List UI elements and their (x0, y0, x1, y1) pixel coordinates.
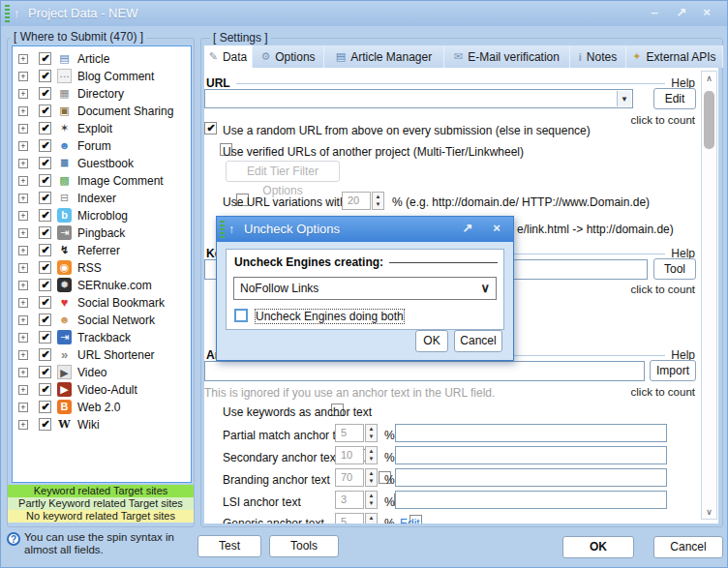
lsi-anchor-input[interactable] (395, 491, 667, 509)
url-combobox[interactable]: ▼ (204, 89, 633, 108)
dialog-title-bar[interactable]: ↑ Uncheck Options ↗ × (217, 217, 513, 242)
secondary-anchor-value[interactable]: 10 (335, 446, 364, 464)
anchor-text-input[interactable] (204, 361, 645, 381)
tree-item[interactable]: ▤Article (13, 50, 191, 68)
anchor-import-button[interactable]: Import (650, 360, 696, 381)
test-button[interactable]: Test (197, 535, 261, 557)
tools-button[interactable]: Tools (269, 535, 339, 557)
checkbox[interactable] (39, 279, 51, 291)
ok-button[interactable]: OK (562, 536, 634, 558)
checkbox[interactable] (39, 366, 51, 378)
expand-icon[interactable] (18, 194, 28, 203)
close-button[interactable]: × (696, 5, 717, 19)
cancel-button[interactable]: Cancel (653, 536, 723, 558)
checkbox[interactable] (39, 87, 51, 100)
dialog-maximize-button[interactable]: ↗ (457, 221, 478, 235)
partial-match-input[interactable] (395, 424, 667, 442)
checkbox[interactable] (39, 209, 51, 222)
scroll-up-icon[interactable]: ∧ (702, 74, 716, 83)
keywords-tool-button[interactable]: Tool (653, 258, 696, 280)
random-url-checkbox[interactable] (204, 122, 217, 135)
generic-anchor-spinner[interactable] (365, 513, 378, 523)
expand-icon[interactable] (18, 176, 28, 186)
expand-icon[interactable] (18, 141, 28, 151)
checkbox[interactable] (39, 105, 51, 117)
generic-anchor-edit-link[interactable]: Edit (400, 517, 420, 523)
tab-data[interactable]: ✎Data (204, 45, 253, 68)
tab-notes[interactable]: iNotes (570, 45, 626, 68)
tab-article-manager[interactable]: ▤Article Manager (324, 45, 444, 68)
tree-item[interactable]: ▶Video-Adult (13, 381, 191, 399)
checkbox[interactable] (39, 70, 51, 82)
expand-icon[interactable] (18, 54, 28, 64)
checkbox[interactable] (39, 192, 51, 204)
tree-item[interactable]: ♥Social Bookmark (13, 294, 191, 312)
tree-item[interactable]: ⇥Trackback (13, 329, 191, 346)
checkbox[interactable] (39, 401, 51, 413)
partial-match-spinner[interactable] (365, 424, 378, 442)
tree-item[interactable]: BWeb 2.0 (13, 399, 191, 416)
tab-external-apis[interactable]: ✦External APIs (626, 45, 723, 68)
checkbox[interactable] (39, 244, 51, 256)
checkbox[interactable] (39, 122, 51, 135)
title-bar[interactable]: ↑ Project Data - NEW – ↗ × (1, 1, 728, 26)
lsi-anchor-value[interactable]: 3 (335, 491, 364, 509)
tree-item[interactable]: ☻Social Network (13, 312, 191, 329)
checkbox[interactable] (39, 314, 51, 326)
tree-item[interactable]: …Blog Comment (13, 68, 191, 85)
scrollbar-thumb[interactable] (704, 91, 714, 149)
expand-icon[interactable] (18, 124, 28, 134)
expand-icon[interactable] (18, 281, 28, 290)
settings-scrollbar[interactable]: ∧ ∨ (701, 71, 717, 520)
url-variations-value[interactable]: 20 (342, 192, 371, 210)
minimize-button[interactable]: – (644, 5, 665, 19)
expand-icon[interactable] (18, 350, 28, 360)
tree-item[interactable]: WWiki (13, 416, 191, 433)
engines-creating-dropdown[interactable]: NoFollow Links ∨ (233, 277, 497, 300)
branding-anchor-input[interactable] (395, 468, 667, 487)
expand-icon[interactable] (18, 333, 28, 343)
url-variations-spinner[interactable] (372, 192, 384, 210)
tab-email-verification[interactable]: ✉E-Mail verification (444, 45, 570, 68)
tree-item[interactable]: ▩Image Comment (13, 172, 191, 190)
tree-item[interactable]: »URL Shortener (13, 346, 191, 364)
dialog-cancel-button[interactable]: Cancel (454, 330, 502, 352)
tree-item[interactable]: ⇥Pingback (13, 224, 191, 242)
checkbox[interactable] (39, 226, 51, 239)
expand-icon[interactable] (18, 106, 28, 116)
checkbox[interactable] (39, 261, 51, 274)
checkbox[interactable] (39, 348, 51, 361)
tree-item[interactable]: ◉RSS (13, 259, 191, 277)
expand-icon[interactable] (18, 89, 28, 99)
checkbox[interactable] (39, 139, 51, 152)
expand-icon[interactable] (18, 246, 28, 255)
secondary-anchor-spinner[interactable] (365, 446, 378, 464)
expand-icon[interactable] (18, 420, 28, 430)
uncheck-both-checkbox[interactable] (234, 309, 248, 322)
scroll-down-icon[interactable]: ∨ (702, 507, 716, 517)
url-edit-button[interactable]: Edit (653, 88, 696, 109)
tree-item[interactable]: ≣Guestbook (13, 155, 191, 172)
expand-icon[interactable] (18, 211, 28, 221)
tree-item[interactable]: ▣Document Sharing (13, 103, 191, 120)
checkbox[interactable] (39, 52, 51, 65)
expand-icon[interactable] (18, 298, 28, 308)
tree-item[interactable]: bMicroblog (13, 207, 191, 224)
expand-icon[interactable] (18, 315, 28, 325)
generic-anchor-value[interactable]: 5 (335, 513, 364, 523)
dialog-close-button[interactable]: × (486, 221, 507, 235)
tab-options[interactable]: ⚙Options (253, 45, 324, 68)
expand-icon[interactable] (18, 368, 28, 377)
checkbox[interactable] (39, 296, 51, 309)
checkbox[interactable] (39, 383, 51, 396)
partial-match-value[interactable]: 5 (335, 424, 364, 442)
checkbox[interactable] (39, 174, 51, 187)
checkbox[interactable] (39, 157, 51, 169)
tree-item[interactable]: ▶Video (13, 364, 191, 381)
dialog-ok-button[interactable]: OK (415, 330, 448, 352)
tree-item[interactable]: ↯Referrer (13, 242, 191, 259)
checkbox[interactable] (39, 331, 51, 344)
tree-item[interactable]: ⊟Indexer (13, 190, 191, 207)
lsi-anchor-spinner[interactable] (365, 491, 378, 509)
expand-icon[interactable] (18, 263, 28, 273)
